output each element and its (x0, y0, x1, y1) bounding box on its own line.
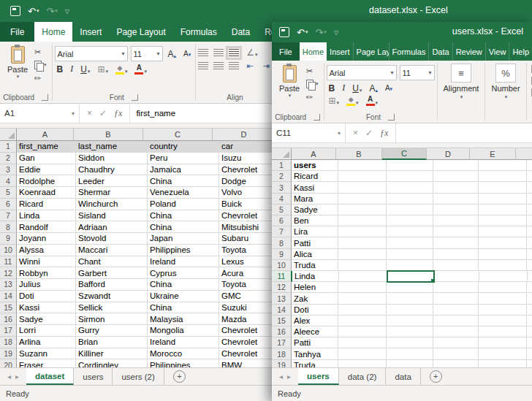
cell-d3[interactable] (433, 182, 479, 193)
cut-button[interactable]: ✂ (306, 66, 319, 76)
cell-b9[interactable] (338, 249, 387, 260)
left-sheet-tab-users[interactable]: users (74, 368, 113, 385)
row-header-3[interactable]: 3 (0, 164, 17, 176)
cell-d9[interactable] (433, 249, 479, 260)
cell-d6[interactable] (433, 215, 479, 226)
font-color-dropdown-icon[interactable]: ▾ (376, 100, 379, 106)
cell-b16[interactable]: Sirmon (76, 313, 148, 325)
cell-c16[interactable]: Malaysia (148, 313, 219, 325)
font-dialog-launcher-icon[interactable] (132, 94, 138, 101)
cell-c6[interactable] (387, 215, 433, 226)
cell-b11[interactable]: Chant (76, 256, 148, 268)
row-header-9[interactable]: 9 (272, 249, 292, 260)
left-tab-data[interactable]: Data (224, 22, 257, 42)
align-middle-icon[interactable] (213, 49, 224, 57)
decrease-indent-button[interactable]: ⇤ (244, 61, 255, 71)
row-header-13[interactable]: 13 (0, 279, 17, 291)
cell-a9[interactable]: Joyann (17, 233, 76, 245)
cell-d11[interactable] (434, 271, 479, 282)
add-sheet-button[interactable]: + (173, 370, 186, 383)
cell-d2[interactable] (433, 171, 479, 182)
cell-b8[interactable]: Adriaan (76, 221, 148, 233)
cell-e19[interactable] (479, 360, 527, 367)
cell-c7[interactable]: China (148, 210, 219, 222)
font-name-combo[interactable]: Arial▾ (327, 65, 397, 80)
cell-b3[interactable] (338, 182, 387, 193)
cell-c11[interactable] (387, 271, 434, 282)
name-box[interactable]: A1▾ (0, 104, 80, 123)
fill-color-dropdown-icon[interactable]: ▾ (356, 100, 359, 106)
cell-a13[interactable]: Julius (17, 279, 76, 291)
cell-a16[interactable]: Aleece (292, 326, 338, 337)
row-header-16[interactable]: 16 (0, 313, 17, 325)
font-color-button[interactable]: A▾ (364, 96, 381, 106)
left-tab-page-layout[interactable]: Page Layout (109, 22, 172, 42)
copy-dropdown-icon[interactable]: ▾ (44, 62, 47, 68)
cell-c3[interactable]: Jamaica (148, 164, 219, 176)
undo-dropdown-icon[interactable]: ▾ (37, 8, 39, 14)
cell-c10[interactable] (387, 260, 433, 271)
cell-a18[interactable]: Tanhya (292, 348, 338, 359)
cell-b19[interactable]: Killiner (76, 348, 148, 360)
cell-c16[interactable] (387, 326, 433, 337)
cell-b1[interactable]: last_name (76, 141, 148, 153)
paste-button[interactable]: Paste ▾ (2, 44, 33, 80)
name-box[interactable]: C11▾ (272, 123, 346, 142)
font-size-combo[interactable]: 11▾ (400, 65, 435, 80)
cell-b2[interactable] (338, 171, 387, 182)
cell-e5[interactable] (479, 205, 527, 215)
row-header-15[interactable]: 15 (272, 316, 292, 326)
cell-a18[interactable]: Arlina (17, 337, 76, 348)
cell-d7[interactable] (433, 226, 479, 237)
cell-d15[interactable] (433, 316, 479, 326)
row-header-1[interactable]: 1 (272, 160, 292, 171)
undo-button[interactable]: ↶▾ (28, 6, 39, 17)
cell-b19[interactable] (338, 360, 387, 367)
row-header-2[interactable]: 2 (272, 171, 292, 182)
cell-b8[interactable] (338, 237, 387, 248)
cell-c15[interactable] (387, 316, 433, 326)
align-right-icon[interactable] (229, 62, 239, 70)
paste-dropdown-icon[interactable]: ▾ (289, 93, 292, 99)
cell-a3[interactable]: Kassi (292, 182, 338, 193)
cell-c15[interactable]: China (148, 302, 219, 314)
row-header-11[interactable]: 11 (272, 271, 292, 282)
cell-a19[interactable]: Truda (292, 360, 338, 367)
right-sheet-tab-data-2[interactable]: data (2) (339, 368, 387, 385)
cell-b11[interactable] (339, 271, 387, 282)
paste-dropdown-icon[interactable]: ▾ (17, 74, 20, 80)
row-header-19[interactable]: 19 (0, 348, 17, 360)
name-box-dropdown-icon[interactable]: ▾ (72, 110, 75, 117)
font-name-dropdown-icon[interactable]: ▾ (122, 50, 125, 57)
cell-a7[interactable]: Linda (17, 210, 76, 222)
cell-a9[interactable]: Alica (292, 249, 338, 260)
cell-c1[interactable] (387, 160, 433, 171)
insert-function-icon[interactable]: ƒx (380, 128, 388, 139)
column-header-b[interactable]: B (336, 148, 382, 160)
row-header-15[interactable]: 15 (0, 302, 17, 314)
orientation-button[interactable]: ∠▾ (244, 47, 259, 58)
align-center-icon[interactable] (213, 62, 224, 70)
row-header-17[interactable]: 17 (272, 337, 292, 348)
row-header-19[interactable]: 19 (272, 360, 292, 367)
row-header-7[interactable]: 7 (0, 210, 17, 222)
underline-dropdown-icon[interactable]: ▾ (88, 69, 91, 75)
cell-c12[interactable] (387, 282, 433, 293)
column-header-a[interactable]: A (292, 148, 336, 160)
enter-icon[interactable]: ✓ (99, 108, 107, 118)
cell-c2[interactable] (387, 171, 433, 182)
cell-d18[interactable] (433, 348, 479, 359)
cell-c13[interactable] (387, 293, 433, 304)
cell-e18[interactable] (479, 348, 527, 359)
cell-a6[interactable]: Ricard (17, 199, 76, 210)
borders-dropdown-icon[interactable]: ▾ (105, 69, 108, 75)
cell-e9[interactable] (479, 249, 527, 260)
underline-button[interactable]: U▾ (78, 64, 92, 75)
bold-button[interactable]: B (55, 64, 66, 75)
cell-b10[interactable]: Maccari (76, 245, 148, 256)
font-size-dropdown-icon[interactable]: ▾ (157, 50, 160, 57)
select-all-corner[interactable] (272, 148, 292, 160)
cell-a12[interactable]: Helen (292, 282, 338, 293)
right-tab-file[interactable]: File (272, 42, 300, 61)
cell-c1[interactable]: country (148, 141, 219, 153)
